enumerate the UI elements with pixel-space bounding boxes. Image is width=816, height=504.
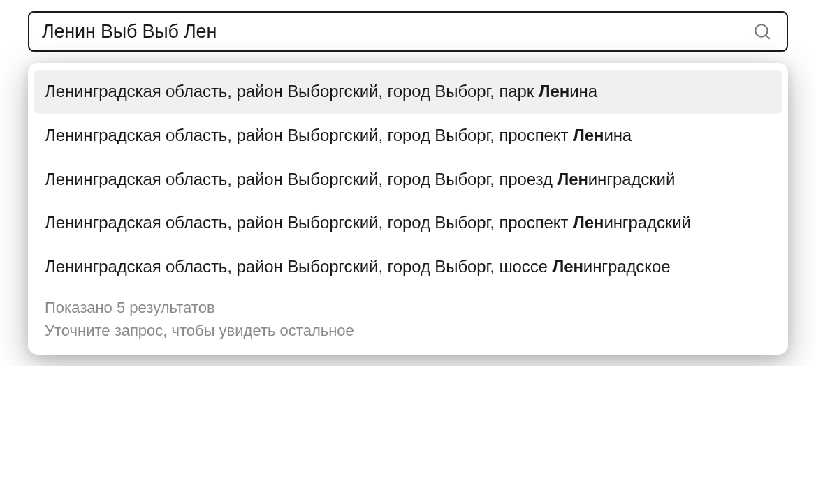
suggestion-item[interactable]: Ленинградская область, район Выборгский,… [28, 114, 788, 158]
results-count-text: Показано 5 результатов [45, 296, 771, 319]
search-container: Ленинградская область, район Выборгский,… [28, 11, 788, 355]
suggestions-dropdown: Ленинградская область, район Выборгский,… [28, 63, 788, 355]
search-icon [753, 22, 771, 40]
svg-point-0 [755, 24, 767, 36]
suggestion-item[interactable]: Ленинградская область, район Выборгский,… [28, 201, 788, 245]
svg-line-1 [766, 35, 769, 38]
suggestion-item[interactable]: Ленинградская область, район Выборгский,… [28, 245, 788, 289]
search-box[interactable] [28, 11, 788, 52]
results-hint-text: Уточните запрос, чтобы увидеть остальное [45, 319, 771, 342]
search-input[interactable] [42, 21, 750, 43]
suggestion-item[interactable]: Ленинградская область, район Выборгский,… [34, 70, 782, 114]
search-button[interactable] [750, 20, 774, 43]
results-footer: Показано 5 результатов Уточните запрос, … [28, 289, 788, 342]
suggestion-item[interactable]: Ленинградская область, район Выборгский,… [28, 158, 788, 202]
